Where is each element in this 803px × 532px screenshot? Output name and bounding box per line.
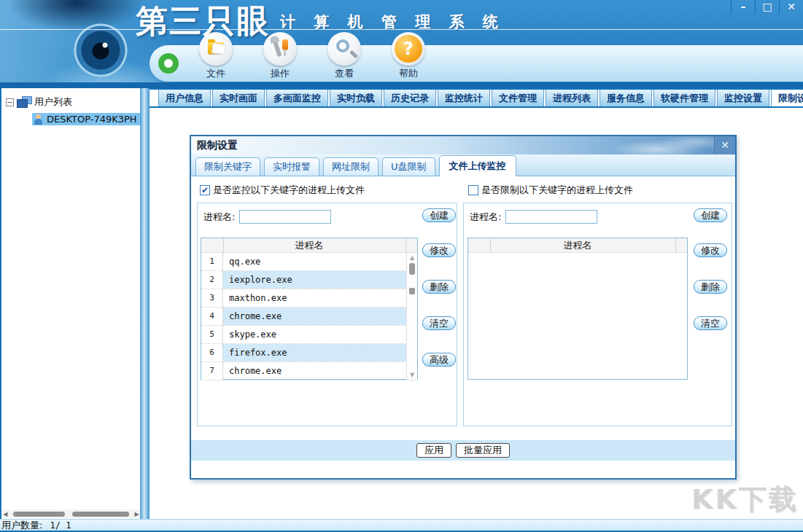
tab-service-info[interactable]: 服务信息 (600, 90, 652, 106)
app-logo: 第三只眼 (136, 0, 270, 43)
table-row[interactable]: 3 maxthon.exe (201, 289, 417, 308)
tab-process-list[interactable]: 进程列表 (546, 90, 598, 106)
header: 第三只眼 计 算 机 管 理 系 统 – □ ✕ 文件 操作 查看 ? 帮助 (0, 0, 803, 88)
toolbar-item-view[interactable]: 查看 (320, 45, 368, 82)
monitor-group-box: 进程名: 创建 进程名 1 qq.exe 2 (197, 203, 457, 426)
scrollbar-thumb[interactable] (409, 288, 415, 294)
dtab-url-restriction[interactable]: 网址限制 (323, 157, 379, 176)
clear-button[interactable]: 清空 (694, 316, 727, 330)
tab-monitor-stats[interactable]: 监控统计 (438, 90, 490, 106)
tab-file-manage[interactable]: 文件管理 (492, 90, 544, 106)
dtab-file-upload-monitor[interactable]: 文件上传监控 (439, 155, 516, 176)
user-count-value: 1/ 1 (50, 520, 71, 531)
process-name-label: 进程名: (203, 211, 235, 224)
process-name-label: 进程名: (470, 211, 501, 224)
process-name-input[interactable] (505, 210, 597, 224)
tab-monitor-settings[interactable]: 监控设置 (717, 90, 769, 106)
process-name-row: 进程名: (470, 210, 597, 224)
dtab-restrict-keywords[interactable]: 限制关键字 (195, 157, 260, 176)
magnifier-icon (327, 32, 361, 66)
modify-button[interactable]: 修改 (694, 243, 727, 257)
table-row[interactable]: 6 firefox.exe (201, 344, 417, 362)
tree-root-label: 用户列表 (34, 95, 72, 109)
header-bottom-strip (0, 82, 803, 88)
scroll-left-icon[interactable]: ◀ (1, 511, 9, 517)
tab-realtime-load[interactable]: 实时负载 (330, 90, 382, 106)
restrict-group-box: 进程名: 创建 进程名 修改 删除 清空 (463, 203, 732, 426)
advanced-button[interactable]: 高级 (422, 353, 456, 367)
process-name-row: 进程名: (203, 210, 331, 224)
sidebar-horizontal-scrollbar[interactable]: ◀ ▶ (1, 509, 141, 518)
table-row[interactable]: 2 iexplore.exe (201, 271, 417, 289)
monitor-checkbox-row: ✔ 是否监控以下关键字的进程上传文件 (200, 184, 365, 197)
table-row[interactable]: 4 chrome.exe (201, 308, 417, 326)
tab-history[interactable]: 历史记录 (384, 90, 436, 106)
scrollbar-thumb[interactable] (409, 263, 415, 275)
dtab-usb-restriction[interactable]: U盘限制 (382, 157, 435, 176)
create-button[interactable]: 创建 (422, 208, 456, 222)
table-row[interactable]: 7 chrome.exe (201, 362, 417, 380)
table-row[interactable]: 1 qq.exe (201, 253, 417, 271)
restrict-checkbox-label: 是否限制以下关键字的进程上传文件 (481, 184, 633, 197)
tools-icon (263, 32, 297, 66)
tab-restriction-settings[interactable]: 限制设置 (771, 90, 803, 106)
minimize-button[interactable]: – (731, 0, 755, 14)
folder-icon (199, 32, 233, 66)
delete-button[interactable]: 删除 (422, 280, 456, 294)
dialog-tab-strip: 限制关键字 实时报警 网址限制 U盘限制 文件上传监控 (191, 154, 735, 176)
watermark-logo: KK下载 (691, 482, 799, 516)
tab-live-view[interactable]: 实时画面 (212, 90, 265, 106)
table-row[interactable]: 5 skype.exe (201, 326, 417, 344)
batch-apply-button[interactable]: 批量应用 (456, 443, 510, 458)
scrollbar-thumb[interactable] (13, 512, 65, 517)
main-tab-bar: 用户信息 实时画面 多画面监控 实时负载 历史记录 监控统计 文件管理 进程列表… (150, 88, 803, 108)
table-header: 进程名 (201, 238, 417, 253)
restriction-settings-dialog: 限制设置 ✕ 限制关键字 实时报警 网址限制 U盘限制 文件上传监控 ✔ 是否监… (190, 135, 737, 480)
toolbar-item-file[interactable]: 文件 (192, 45, 240, 82)
modify-button[interactable]: 修改 (422, 243, 456, 257)
create-button[interactable]: 创建 (694, 208, 727, 222)
clear-button[interactable]: 清空 (422, 316, 456, 330)
user-count-label: 用户数量: (1, 520, 42, 531)
scroll-down-icon[interactable]: ▼ (407, 372, 417, 378)
apply-button[interactable]: 应用 (416, 443, 451, 458)
tree-node-label: DESKTOP-749K3PH (47, 114, 137, 125)
toolbar-item-operate[interactable]: 操作 (256, 45, 304, 82)
collapse-icon[interactable]: − (6, 98, 14, 106)
status-bar: 用户数量: 1/ 1 (0, 519, 803, 532)
toolbar-item-help[interactable]: ? 帮助 (384, 45, 432, 82)
scrollbar-thumb[interactable] (72, 512, 130, 517)
toolbar: 文件 操作 查看 ? 帮助 (150, 45, 803, 82)
monitor-checkbox[interactable]: ✔ (200, 185, 210, 195)
table-vertical-scrollbar[interactable]: ▲ ▼ (406, 253, 417, 380)
app-window: 第三只眼 计 算 机 管 理 系 统 – □ ✕ 文件 操作 查看 ? 帮助 (0, 0, 803, 532)
monitor-checkbox-label: 是否监控以下关键字的进程上传文件 (213, 184, 365, 197)
status-ring-icon (158, 53, 179, 74)
app-subtitle: 计 算 机 管 理 系 统 (280, 12, 505, 32)
restrict-checkbox[interactable] (468, 185, 478, 195)
dtab-realtime-alarm[interactable]: 实时报警 (264, 157, 319, 176)
tree-root-users[interactable]: − 用户列表 (6, 95, 72, 109)
restrict-checkbox-row: 是否限制以下关键字的进程上传文件 (468, 184, 633, 197)
restrict-process-table: 进程名 (468, 238, 688, 380)
close-button[interactable]: ✕ (779, 0, 803, 14)
dialog-footer: 应用 批量应用 (191, 440, 735, 461)
help-icon: ? (392, 32, 425, 66)
tab-multi-view[interactable]: 多画面监控 (266, 90, 328, 106)
dialog-title-bar[interactable]: 限制设置 ✕ (191, 136, 735, 154)
computers-icon (17, 96, 31, 108)
delete-button[interactable]: 删除 (694, 280, 727, 294)
tab-user-info[interactable]: 用户信息 (158, 90, 211, 106)
table-body: 1 qq.exe 2 iexplore.exe 3 maxthon.exe (201, 253, 417, 380)
dialog-title: 限制设置 (197, 139, 238, 152)
sidebar-splitter[interactable] (140, 88, 150, 519)
window-controls: – □ ✕ (731, 0, 803, 14)
dialog-close-icon[interactable]: ✕ (714, 136, 735, 154)
scroll-up-icon[interactable]: ▲ (407, 254, 417, 261)
process-name-input[interactable] (239, 210, 331, 224)
tab-hardware-software[interactable]: 软硬件管理 (653, 90, 715, 106)
dialog-body: ✔ 是否监控以下关键字的进程上传文件 是否限制以下关键字的进程上传文件 进程名:… (191, 176, 735, 461)
maximize-button[interactable]: □ (755, 0, 779, 14)
tree-node-desktop[interactable]: DESKTOP-749K3PH (32, 113, 140, 125)
user-icon (34, 114, 43, 125)
